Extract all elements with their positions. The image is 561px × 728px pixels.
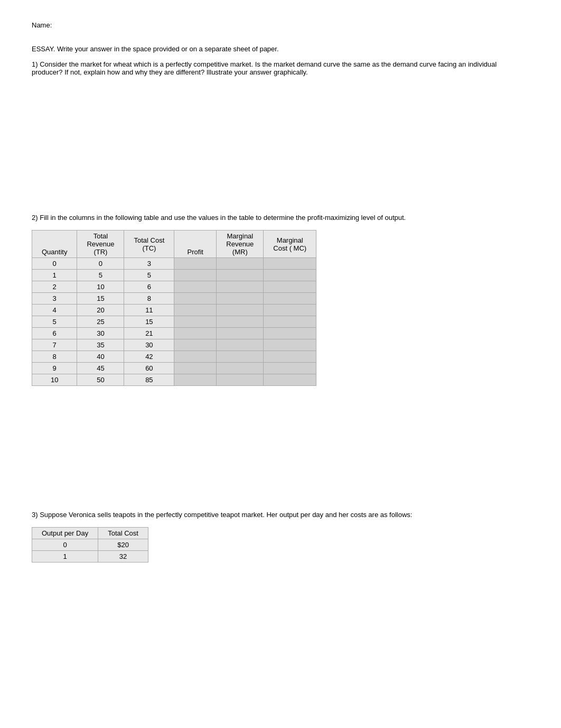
table-row: 10 bbox=[77, 281, 124, 293]
table-row: 85 bbox=[124, 374, 174, 386]
table-row bbox=[217, 339, 264, 351]
table-row: 20 bbox=[77, 305, 124, 316]
question-3-text: 3) Suppose Veronica sells teapots in the… bbox=[32, 511, 529, 519]
table-row: 60 bbox=[124, 363, 174, 374]
table-row bbox=[174, 305, 217, 316]
col-header-tc: Total Cost(TC) bbox=[124, 231, 174, 258]
table-row: 40 bbox=[77, 351, 124, 363]
table-row: 32 bbox=[98, 551, 148, 563]
col-header-quantity: Quantity bbox=[32, 231, 77, 258]
table-row bbox=[174, 328, 217, 339]
table-row: 0 bbox=[32, 539, 98, 551]
table-row bbox=[174, 316, 217, 328]
table-row: 1 bbox=[32, 551, 98, 563]
table-row: 6 bbox=[32, 328, 77, 339]
table-row bbox=[217, 258, 264, 270]
table-row: 35 bbox=[77, 339, 124, 351]
question-2-text: 2) Fill in the columns in the following … bbox=[32, 214, 529, 222]
table-row bbox=[217, 351, 264, 363]
table-row bbox=[217, 293, 264, 305]
name-label: Name: bbox=[32, 21, 52, 29]
table-row bbox=[264, 281, 316, 293]
question-3-block: 3) Suppose Veronica sells teapots in the… bbox=[32, 511, 529, 563]
name-line: Name: bbox=[32, 21, 529, 29]
table-row: $20 bbox=[98, 539, 148, 551]
table-row bbox=[174, 281, 217, 293]
table-row bbox=[217, 305, 264, 316]
table-row bbox=[217, 270, 264, 281]
table-row bbox=[174, 270, 217, 281]
col-header-total-cost: Total Cost bbox=[98, 528, 148, 539]
table-row: 5 bbox=[32, 316, 77, 328]
table-row bbox=[264, 339, 316, 351]
table-row: 4 bbox=[32, 305, 77, 316]
table-row bbox=[264, 316, 316, 328]
col-header-profit: Profit bbox=[174, 231, 217, 258]
table-row bbox=[264, 293, 316, 305]
table-row bbox=[264, 363, 316, 374]
table-row bbox=[264, 351, 316, 363]
table-row: 5 bbox=[124, 270, 174, 281]
question-1-text: 1) Consider the market for wheat which i… bbox=[32, 60, 529, 76]
table-row: 2 bbox=[32, 281, 77, 293]
table-row: 7 bbox=[32, 339, 77, 351]
table-row: 0 bbox=[77, 258, 124, 270]
table-row bbox=[217, 374, 264, 386]
table-row bbox=[174, 258, 217, 270]
table-row bbox=[174, 339, 217, 351]
question-1-block: 1) Consider the market for wheat which i… bbox=[32, 60, 529, 76]
table-row: 10 bbox=[32, 374, 77, 386]
table-row bbox=[264, 328, 316, 339]
table-row bbox=[174, 363, 217, 374]
table-row: 42 bbox=[124, 351, 174, 363]
table-row: 8 bbox=[124, 293, 174, 305]
table-row: 9 bbox=[32, 363, 77, 374]
col-header-mr: MarginalRevenue(MR) bbox=[217, 231, 264, 258]
col-header-mc: MarginalCost ( MC) bbox=[264, 231, 316, 258]
table-row: 45 bbox=[77, 363, 124, 374]
table-row: 15 bbox=[124, 316, 174, 328]
table-row bbox=[174, 374, 217, 386]
question-2-block: 2) Fill in the columns in the following … bbox=[32, 214, 529, 386]
table-row: 1 bbox=[32, 270, 77, 281]
question-1-space bbox=[32, 76, 529, 214]
table-row bbox=[174, 293, 217, 305]
table-row bbox=[264, 305, 316, 316]
table-row: 25 bbox=[77, 316, 124, 328]
table-row bbox=[217, 363, 264, 374]
table-row: 3 bbox=[32, 293, 77, 305]
question-3-table: Output per Day Total Cost 0$20132 bbox=[32, 527, 148, 563]
question-2-table: Quantity TotalRevenue(TR) Total Cost(TC)… bbox=[32, 230, 316, 386]
table-row: 11 bbox=[124, 305, 174, 316]
table-row bbox=[264, 258, 316, 270]
table-row: 0 bbox=[32, 258, 77, 270]
table-row: 15 bbox=[77, 293, 124, 305]
col-header-tr: TotalRevenue(TR) bbox=[77, 231, 124, 258]
table-row bbox=[264, 270, 316, 281]
table-row bbox=[264, 374, 316, 386]
table-row: 3 bbox=[124, 258, 174, 270]
table-row bbox=[217, 328, 264, 339]
table-row bbox=[174, 351, 217, 363]
table-row bbox=[217, 281, 264, 293]
table-row: 8 bbox=[32, 351, 77, 363]
table-row: 21 bbox=[124, 328, 174, 339]
table-row: 5 bbox=[77, 270, 124, 281]
table-row: 50 bbox=[77, 374, 124, 386]
question-2-space bbox=[32, 394, 529, 511]
table-row: 30 bbox=[124, 339, 174, 351]
table-row: 6 bbox=[124, 281, 174, 293]
essay-instruction: ESSAY. Write your answer in the space pr… bbox=[32, 45, 529, 53]
table-row bbox=[217, 316, 264, 328]
col-header-output-per-day: Output per Day bbox=[32, 528, 98, 539]
table-row: 30 bbox=[77, 328, 124, 339]
